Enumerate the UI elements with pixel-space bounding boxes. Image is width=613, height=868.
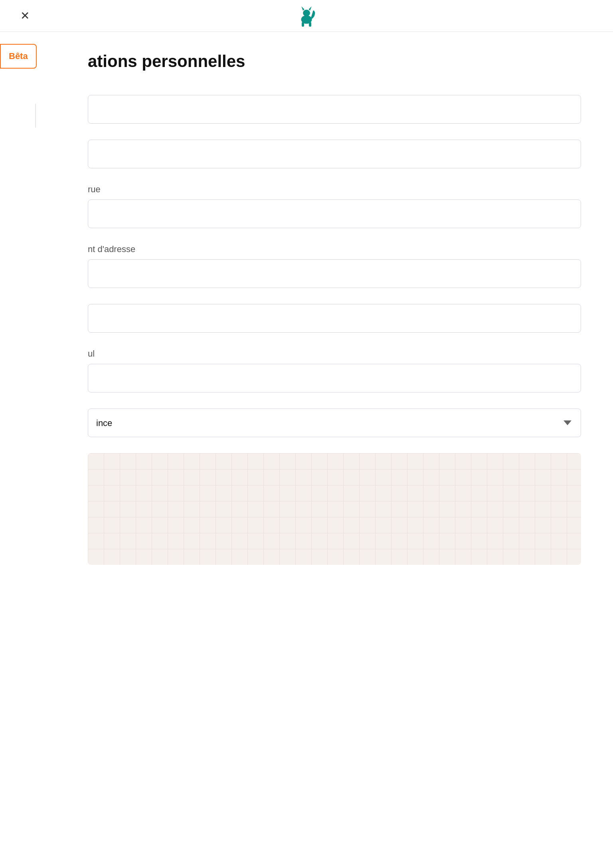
svg-rect-5 xyxy=(302,22,304,27)
form-group-field2 xyxy=(88,140,581,168)
form-group-map xyxy=(88,453,581,565)
complement-label: nt d'adresse xyxy=(88,244,581,254)
province-select[interactable]: ince Île-de-France Auvergne-Rhône-Alpes … xyxy=(88,408,581,437)
logo xyxy=(295,4,318,28)
form-group-field5 xyxy=(88,304,581,333)
svg-rect-6 xyxy=(309,22,311,27)
field5-input[interactable] xyxy=(88,304,581,333)
field2-input[interactable] xyxy=(88,140,581,168)
svg-point-4 xyxy=(305,14,308,16)
sidebar-divider xyxy=(35,104,36,128)
map-background xyxy=(88,453,581,565)
beta-badge: Bêta xyxy=(0,44,37,69)
svg-marker-2 xyxy=(301,6,305,11)
rue-label: rue xyxy=(88,184,581,195)
map-display xyxy=(88,453,581,565)
main-content: ations personnelles rue nt d'adresse xyxy=(56,32,613,613)
form-group-rue: rue xyxy=(88,184,581,228)
rue-input[interactable] xyxy=(88,199,581,228)
close-icon: ✕ xyxy=(20,9,30,22)
page-title: ations personnelles xyxy=(88,52,581,71)
close-button[interactable]: ✕ xyxy=(16,7,34,25)
form-group-codepostal: ul xyxy=(88,349,581,393)
complement-input[interactable] xyxy=(88,259,581,288)
field1-input[interactable] xyxy=(88,95,581,124)
codepostal-label: ul xyxy=(88,349,581,359)
logo-icon xyxy=(295,4,318,28)
form-group-field1 xyxy=(88,95,581,124)
form-group-complement: nt d'adresse xyxy=(88,244,581,288)
province-select-wrapper: ince Île-de-France Auvergne-Rhône-Alpes … xyxy=(88,408,581,437)
svg-marker-3 xyxy=(308,6,312,11)
form-group-province: ince Île-de-France Auvergne-Rhône-Alpes … xyxy=(88,408,581,437)
sidebar: Bêta xyxy=(0,32,48,69)
personal-info-form: rue nt d'adresse ul ince Île-de-France A… xyxy=(88,95,581,565)
header: ✕ xyxy=(0,0,613,32)
codepostal-input[interactable] xyxy=(88,364,581,393)
